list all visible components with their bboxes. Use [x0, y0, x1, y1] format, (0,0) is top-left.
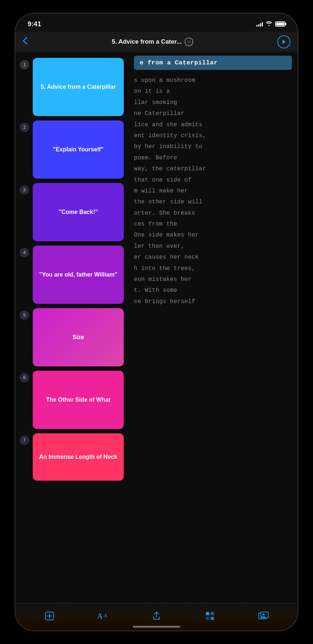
- chapter-card-label: Size: [72, 334, 84, 341]
- signal-bar-1: [256, 25, 257, 27]
- svg-rect-5: [206, 612, 209, 615]
- chapter-card-2[interactable]: "Explain Yourself": [33, 120, 124, 179]
- battery-icon: [275, 21, 285, 27]
- list-item[interactable]: 2 "Explain Yourself": [15, 118, 128, 181]
- chapter-number: 1: [20, 60, 29, 69]
- svg-text:A: A: [97, 612, 103, 620]
- list-item[interactable]: 1 5. Advice from a Caterpillar: [15, 56, 128, 118]
- chapter-card-label: An Immense Length of Neck: [39, 453, 117, 461]
- wifi-icon: [266, 21, 272, 27]
- nav-title: 5. Advice from a Cater...: [112, 38, 182, 45]
- signal-bars-icon: [256, 21, 263, 27]
- chapter-list: 1 5. Advice from a Caterpillar 2 "Explai…: [15, 52, 128, 603]
- signal-bar-3: [260, 23, 261, 27]
- color-palette-button[interactable]: [202, 608, 218, 624]
- signal-bar-2: [258, 24, 259, 27]
- status-time: 9:41: [28, 20, 41, 28]
- chapter-card-label: "You are old, father William": [39, 271, 118, 279]
- svg-rect-7: [206, 617, 209, 620]
- chapter-card-3[interactable]: "Come Back!": [33, 183, 124, 241]
- gallery-button[interactable]: [255, 608, 272, 624]
- play-button[interactable]: [277, 35, 290, 48]
- add-button[interactable]: [41, 608, 58, 624]
- list-item[interactable]: 5 Size: [15, 306, 128, 369]
- nav-bar: 5. Advice from a Cater...: [15, 32, 298, 52]
- svg-text:A: A: [104, 613, 108, 619]
- nav-title-area: 5. Advice from a Cater...: [28, 37, 277, 46]
- chapter-number: 6: [20, 373, 29, 382]
- list-item[interactable]: 6 The Other Side of What: [15, 369, 128, 431]
- list-item[interactable]: 7 An Immense Length of Neck: [15, 431, 128, 483]
- list-item[interactable]: 4 "You are old, father William": [15, 243, 128, 306]
- chapter-card-5[interactable]: Size: [33, 308, 124, 366]
- chapter-card-7[interactable]: An Immense Length of Neck: [33, 433, 124, 481]
- share-button[interactable]: [148, 608, 165, 624]
- book-text-area: e from a Caterpillar s upon a mushroom o…: [128, 52, 298, 603]
- chapter-number: 5: [20, 310, 29, 320]
- home-indicator: [133, 626, 180, 628]
- phone-frame: 9:41 5. Advice from: [15, 13, 298, 631]
- svg-rect-8: [211, 617, 214, 620]
- chapter-number: 4: [20, 248, 29, 257]
- chapter-card-1[interactable]: 5. Advice from a Caterpillar: [33, 58, 124, 116]
- font-size-button[interactable]: A A: [95, 608, 111, 624]
- chapter-number: 3: [20, 185, 29, 195]
- status-bar: 9:41: [15, 13, 298, 32]
- status-icons: [256, 21, 285, 27]
- signal-bar-4: [262, 22, 263, 27]
- nav-dropdown-button[interactable]: [185, 37, 193, 46]
- chapter-heading: e from a Caterpillar: [134, 56, 292, 70]
- chapter-card-4[interactable]: "You are old, father William": [33, 246, 124, 304]
- battery-fill: [276, 23, 284, 25]
- book-text-content: s upon a mushroom on it is a llar smokin…: [134, 75, 292, 307]
- chapter-card-label: 5. Advice from a Caterpillar: [41, 83, 116, 91]
- chapter-card-label: "Explain Yourself": [53, 146, 103, 154]
- back-button[interactable]: [23, 37, 28, 47]
- svg-rect-6: [211, 612, 214, 615]
- chapter-card-label: "Come Back!": [59, 208, 98, 216]
- list-item[interactable]: 3 "Come Back!": [15, 181, 128, 243]
- main-content: 1 5. Advice from a Caterpillar 2 "Explai…: [15, 52, 298, 603]
- chapter-card-6[interactable]: The Other Side of What: [33, 371, 124, 429]
- chapter-card-label: The Other Side of What: [46, 396, 111, 404]
- chapter-number: 7: [20, 436, 29, 445]
- chapter-number: 2: [20, 123, 29, 132]
